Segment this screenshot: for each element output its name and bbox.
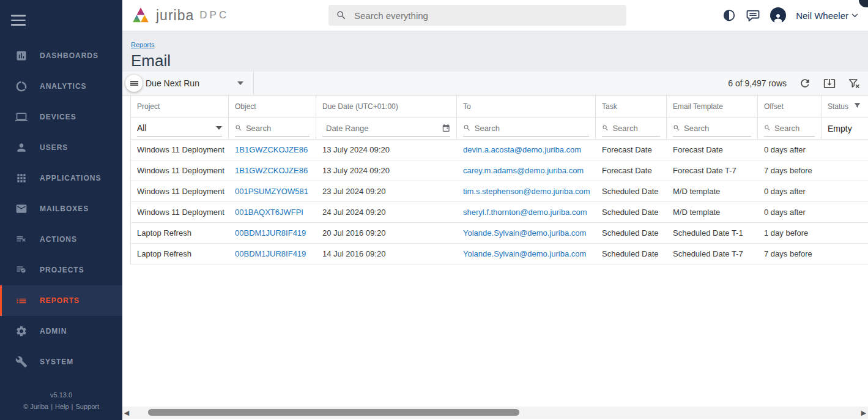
table-row[interactable]: Windows 11 Deployment 1B1GWZCKOJZE86 13 …	[131, 140, 868, 160]
status-filter-value[interactable]: Empty	[828, 124, 852, 133]
cell-offset: 0 days after	[758, 140, 822, 160]
offset-filter-input[interactable]	[774, 124, 815, 133]
sidebar-item-devices[interactable]: DEVICES	[0, 102, 122, 132]
sidebar-item-system[interactable]: SYSTEM	[0, 347, 122, 377]
sidebar-item-projects[interactable]: PROJECTS	[0, 255, 122, 285]
cell-task: Forecast Date	[596, 160, 667, 181]
theme-contrast-icon[interactable]	[722, 9, 736, 22]
column-header-status[interactable]: Status	[822, 96, 868, 118]
filter-panel-toggle-button[interactable]	[125, 75, 143, 92]
filter-cell-task	[596, 118, 667, 140]
sidebar-item-reports[interactable]: REPORTS	[0, 285, 122, 316]
user-menu[interactable]: Neil Wheeler	[796, 10, 858, 21]
scrollbar-track[interactable]	[131, 407, 859, 419]
export-download-icon[interactable]	[823, 77, 836, 89]
sidebar: DASHBOARDS ANALYTICS DEVICES USERS	[0, 0, 122, 420]
brand-logo: juriba DPC	[131, 6, 229, 24]
cell-to-link[interactable]: devin.a.acosta@demo.juriba.com	[457, 140, 596, 160]
sidebar-item-dashboards[interactable]: DASHBOARDS	[0, 40, 122, 71]
column-header-offset[interactable]: Offset	[758, 96, 822, 118]
footer-links: © Juriba|Help|Support	[0, 403, 122, 410]
global-search-input[interactable]	[354, 10, 619, 21]
task-filter-input[interactable]	[612, 124, 660, 133]
cell-task: Scheduled Date	[596, 181, 667, 202]
cell-offset: 7 days before	[758, 160, 822, 181]
sidebar-item-label: ADMIN	[40, 327, 67, 336]
cell-due-date: 13 July 2024 09:20	[316, 160, 457, 181]
cell-to-link[interactable]: sheryl.f.thornton@demo.juriba.com	[457, 202, 596, 223]
cell-due-date: 13 July 2024 09:20	[316, 140, 457, 160]
brand-suffix: DPC	[199, 9, 229, 21]
column-header-project[interactable]: Project	[131, 96, 229, 118]
juriba-triangle-logo	[131, 6, 150, 24]
scroll-left-arrow[interactable]: ◀	[122, 409, 131, 417]
cell-to-link[interactable]: carey.m.adams@demo.juriba.com	[457, 160, 596, 181]
cell-object-link[interactable]: 1B1GWZCKOJZE86	[229, 160, 316, 181]
cell-to-link[interactable]: Yolande.Sylvain@demo.juriba.com	[457, 223, 596, 244]
search-icon	[602, 124, 609, 132]
table-row[interactable]: Laptop Refresh 00BDM1JUR8IF419 20 Jul 20…	[131, 223, 868, 244]
sidebar-item-admin[interactable]: ADMIN	[0, 316, 122, 347]
column-header-object[interactable]: Object	[229, 96, 316, 118]
horizontal-scrollbar[interactable]: ◀ ▶	[122, 407, 868, 419]
cell-due-date: 20 Jul 2016 09:20	[316, 223, 457, 244]
column-header-due-date[interactable]: Due Date (UTC+01:00)	[316, 96, 457, 118]
copyright-link[interactable]: © Juriba	[23, 403, 48, 410]
sidebar-item-users[interactable]: USERS	[0, 132, 122, 163]
column-header-email-template[interactable]: Email Template	[667, 96, 758, 118]
table-row[interactable]: Laptop Refresh 00BDM1JUR8IF419 14 Jul 20…	[131, 244, 868, 264]
sidebar-collapse-button[interactable]	[0, 0, 122, 40]
search-icon	[235, 124, 242, 132]
cell-project: Windows 11 Deployment	[131, 140, 229, 160]
cell-offset: 0 days after	[758, 202, 822, 223]
sidebar-item-label: PROJECTS	[40, 266, 84, 274]
dropdown-arrow-icon	[216, 126, 222, 130]
user-avatar[interactable]	[770, 7, 786, 23]
scroll-right-arrow[interactable]: ▶	[859, 409, 868, 417]
project-filter-select[interactable]: All	[137, 121, 222, 137]
calendar-icon[interactable]	[442, 123, 450, 133]
sidebar-item-applications[interactable]: APPLICATIONS	[0, 163, 122, 193]
to-filter-input[interactable]	[475, 124, 589, 133]
search-icon	[463, 124, 471, 132]
cell-object-link[interactable]: 00BDM1JUR8IF419	[229, 223, 316, 244]
hamburger-icon	[130, 80, 138, 86]
cell-to-link[interactable]: tim.s.stephenson@demo.juriba.com	[457, 181, 596, 202]
cell-status	[822, 140, 868, 160]
global-search[interactable]	[328, 5, 626, 26]
sidebar-item-analytics[interactable]: ANALYTICS	[0, 71, 122, 102]
active-filter-funnel-icon[interactable]	[853, 101, 862, 112]
support-link[interactable]: Support	[75, 403, 99, 410]
table-row[interactable]: Windows 11 Deployment 001PSUMZYOW581 23 …	[131, 181, 868, 202]
cell-project: Laptop Refresh	[131, 223, 229, 244]
table-row[interactable]: Windows 11 Deployment 1B1GWZCKOJZE86 13 …	[131, 160, 868, 181]
column-header-to[interactable]: To	[457, 96, 596, 118]
divider	[253, 72, 254, 96]
sidebar-item-label: SYSTEM	[40, 358, 73, 366]
sidebar-item-mailboxes[interactable]: MAILBOXES	[0, 193, 122, 224]
cell-email-template: M/D template	[667, 181, 758, 202]
cell-object-link[interactable]: 00BDM1JUR8IF419	[229, 244, 316, 264]
help-link[interactable]: Help	[55, 403, 69, 410]
feedback-chat-icon[interactable]	[746, 8, 760, 23]
cell-to-link[interactable]: Yolande.Sylvain@demo.juriba.com	[457, 244, 596, 264]
sidebar-item-label: APPLICATIONS	[40, 174, 101, 182]
grid-toolbar: Due Next Run 6 of 9,497 rows	[122, 72, 868, 96]
cell-object-link[interactable]: 1B1GWZCKOJZE86	[229, 140, 316, 160]
email-template-filter-input[interactable]	[684, 124, 751, 133]
sidebar-item-actions[interactable]: ACTIONS	[0, 224, 122, 255]
cell-object-link[interactable]: 001BAQXT6JWFPI	[229, 202, 316, 223]
clear-filters-icon[interactable]	[848, 77, 861, 90]
apps-grid-icon	[14, 171, 29, 186]
chevron-down-icon	[851, 13, 858, 18]
column-header-task[interactable]: Task	[596, 96, 667, 118]
scrollbar-thumb[interactable]	[148, 409, 519, 416]
report-view-select[interactable]: Due Next Run	[146, 78, 253, 88]
table-row[interactable]: Windows 11 Deployment 001BAQXT6JWFPI 24 …	[131, 202, 868, 223]
object-filter-input[interactable]	[246, 124, 310, 133]
cell-object-link[interactable]: 001PSUMZYOW581	[229, 181, 316, 202]
date-range-filter-input[interactable]	[326, 124, 442, 133]
breadcrumb[interactable]: Reports	[131, 41, 155, 48]
refresh-icon[interactable]	[799, 77, 811, 89]
cell-offset: 0 days after	[758, 181, 822, 202]
